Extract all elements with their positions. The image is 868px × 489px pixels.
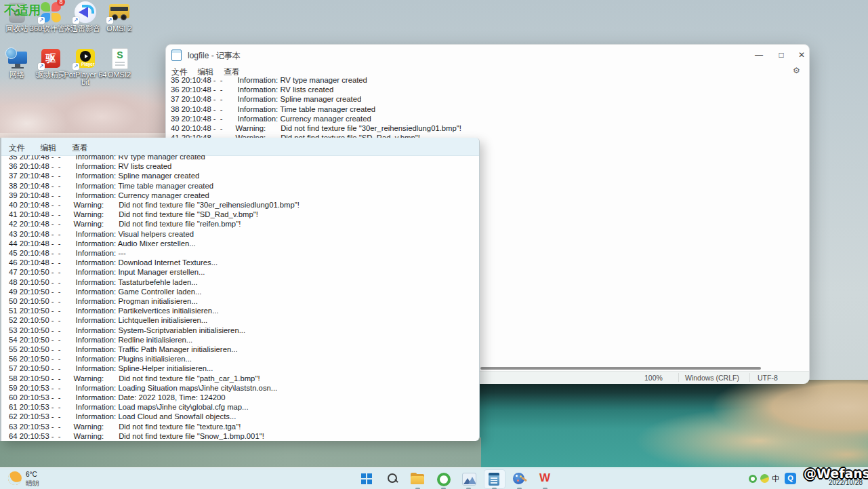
- log-line: 35 20:10:48 - - Information: RV type man…: [9, 155, 478, 161]
- log-line: 58 20:10:50 - - Warning: Did not find te…: [9, 374, 478, 383]
- menu-file[interactable]: 文件: [3, 142, 31, 155]
- wps-icon: W: [535, 471, 555, 485]
- settings-gear-icon[interactable]: ⚙: [793, 66, 800, 75]
- document-icon: S: [108, 47, 131, 69]
- status-separator: [749, 373, 750, 382]
- search-button[interactable]: [382, 470, 402, 488]
- log-line: 47 20:10:50 - - Information: Input Manag…: [9, 267, 478, 277]
- notepad-window-front: 文件 编辑 查看 35 20:10:48 - - Information: RV…: [0, 138, 480, 441]
- photos-icon: [462, 473, 476, 486]
- log-line: 44 20:10:48 - - Information: Audio Mixer…: [9, 239, 478, 248]
- watermark: @Wefans: [804, 466, 868, 481]
- log-line: 39 20:10:48 - - Information: Currency ma…: [9, 191, 478, 200]
- line-ending: Windows (CRLF): [685, 374, 739, 382]
- desktop-icon-label: OMSI 2: [96, 25, 143, 33]
- shortcut-arrow-icon: ↗: [73, 17, 79, 24]
- log-line: 53 20:10:50 - - Information: System-Scri…: [9, 326, 478, 335]
- log-line: 55 20:10:50 - - Information: Traffic Pat…: [9, 345, 478, 354]
- log-line: 35 20:10:48 - - Information: RV type man…: [171, 75, 803, 85]
- windows-logo-icon: [361, 473, 372, 484]
- shortcut-arrow-icon: ↗: [106, 17, 113, 24]
- log-line: 61 20:10:53 - - Information: Load maps\J…: [9, 402, 478, 412]
- wallpaper-lake-left: [0, 437, 481, 470]
- bus-icon: ↗: [108, 1, 131, 23]
- weather-widget[interactable]: 6°C 晴朗: [7, 470, 88, 488]
- taskbar-file-explorer[interactable]: [407, 470, 428, 488]
- log-line: 54 20:10:50 - - Information: Redline ini…: [9, 335, 478, 345]
- thunder-player-icon: ↗: [74, 1, 97, 23]
- shortcut-arrow-icon: ↗: [38, 63, 45, 70]
- text-area[interactable]: 35 20:10:48 - - Information: RV type man…: [1, 155, 478, 440]
- desktop-marker-text: 不适用: [4, 2, 41, 18]
- close-button[interactable]: ✕: [791, 49, 812, 61]
- log-line: 59 20:10:53 - - Information: Loading Sit…: [9, 383, 478, 393]
- taskbar-paint[interactable]: [509, 470, 529, 488]
- status-separator: [678, 373, 679, 382]
- window-title: logfile - 记事本: [188, 50, 241, 62]
- 360-pinwheel-icon: 8 ↗: [39, 1, 62, 23]
- tray-360-browser-icon[interactable]: [749, 475, 757, 483]
- minimize-button[interactable]: —: [749, 49, 769, 61]
- desktop-icon-omsi2-doc[interactable]: S OMSI2: [96, 47, 143, 79]
- taskbar: 6°C 晴朗 W 中 Q 2022/10/28: [0, 467, 868, 489]
- log-line: 48 20:10:50 - - Information: Tastaturbef…: [9, 277, 478, 287]
- log-line: 63 20:10:53 - - Warning: Did not find te…: [9, 422, 478, 431]
- taskbar-wps[interactable]: W: [535, 470, 555, 488]
- driver-genius-icon: 驱 ↗: [39, 47, 62, 69]
- log-line: 60 20:10:53 - - Information: Date: 2022 …: [9, 393, 478, 402]
- log-line: 51 20:10:50 - - Information: Partikelver…: [9, 306, 478, 315]
- log-line: 46 20:10:48 - - Information: Download In…: [9, 258, 478, 267]
- taskbar-notepad-active[interactable]: [484, 470, 504, 488]
- taskbar-photos[interactable]: [458, 470, 478, 488]
- weather-temperature: 6°C: [26, 471, 37, 478]
- maximize-button[interactable]: □: [771, 49, 791, 61]
- log-line: 62 20:10:53 - - Information: Load Cloud …: [9, 412, 478, 421]
- log-line: 49 20:10:50 - - Information: Game Contro…: [9, 287, 478, 296]
- menu-edit[interactable]: 编辑: [34, 142, 62, 155]
- log-line: 64 20:10:53 - - Warning: Did not find te…: [9, 431, 478, 440]
- log-line: 36 20:10:48 - - Information: RV lists cr…: [171, 85, 803, 94]
- log-line: 43 20:10:48 - - Information: Visual help…: [9, 229, 478, 239]
- log-line: 45 20:10:48 - - Information: ---: [9, 248, 478, 258]
- tray-360-safety-icon[interactable]: [760, 474, 769, 483]
- log-line: 36 20:10:48 - - Information: RV lists cr…: [9, 161, 478, 171]
- log-line: 57 20:10:50 - - Information: Spline-Help…: [9, 364, 478, 373]
- log-lines: 35 20:10:48 - - Information: RV type man…: [166, 75, 803, 142]
- tray-q-app-icon[interactable]: Q: [785, 473, 796, 484]
- network-icon: [5, 47, 28, 69]
- log-line: 38 20:10:48 - - Information: Time table …: [9, 181, 478, 191]
- potplayer-icon: Player ↗: [74, 47, 97, 69]
- menu-bar: 文件 编辑 查看: [1, 138, 479, 156]
- tray-ime-indicator[interactable]: 中: [772, 473, 780, 485]
- log-line: 41 20:10:48 - - Warning: Did not find te…: [9, 210, 478, 219]
- start-button[interactable]: [356, 470, 377, 488]
- log-line: 37 20:10:48 - - Information: Spline mana…: [171, 94, 803, 104]
- notepad-app-icon: [171, 50, 182, 61]
- shortcut-arrow-icon: ↗: [73, 63, 79, 70]
- weather-condition: 晴朗: [26, 479, 39, 488]
- log-line: 52 20:10:50 - - Information: Lichtquelle…: [9, 315, 478, 325]
- log-line: 40 20:10:48 - - Warning: Did not find te…: [171, 123, 803, 133]
- menu-view[interactable]: 查看: [66, 142, 94, 155]
- 360-browser-icon: [437, 473, 451, 486]
- log-line: 42 20:10:48 - - Warning: Did not find te…: [9, 219, 478, 229]
- log-line: 38 20:10:48 - - Information: Time table …: [171, 104, 803, 114]
- horizontal-scrollbar[interactable]: [480, 367, 761, 370]
- log-line: 39 20:10:48 - - Information: Currency ma…: [171, 114, 803, 123]
- log-lines: 35 20:10:48 - - Information: RV type man…: [1, 155, 478, 440]
- clear-night-icon: [6, 469, 24, 487]
- wallpaper-lake-reeds: [468, 380, 868, 469]
- taskbar-360-browser[interactable]: [433, 470, 453, 488]
- encoding: UTF-8: [758, 374, 778, 382]
- desktop-icon-label: OMSI2: [96, 71, 143, 79]
- log-line: 40 20:10:48 - - Warning: Did not find te…: [9, 200, 478, 210]
- log-line: 56 20:10:50 - - Information: Plugins ini…: [9, 354, 478, 364]
- desktop-icon-omsi2[interactable]: ↗ OMSI 2: [96, 1, 143, 33]
- zoom-level: 100%: [644, 374, 663, 382]
- log-line: 50 20:10:50 - - Information: Progman ini…: [9, 296, 478, 306]
- title-bar[interactable]: logfile - 记事本 — □ ✕: [166, 45, 809, 64]
- log-line: 37 20:10:48 - - Information: Spline mana…: [9, 171, 478, 180]
- screen: { "desktop": { "marker_text": "不适用", "ic…: [0, 0, 868, 489]
